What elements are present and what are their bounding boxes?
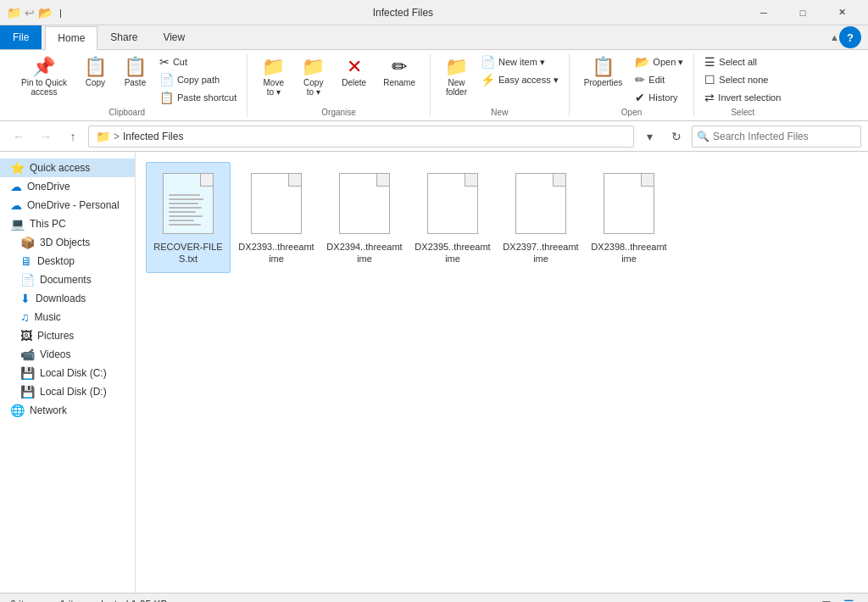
tab-home[interactable]: Home xyxy=(45,26,97,50)
select-small-actions: ☰ Select all ☐ Select none ⇄ Invert sele… xyxy=(701,53,784,106)
file-name-dx2398: DX2398..threeamtime xyxy=(591,241,667,265)
file-page-dx2393 xyxy=(251,173,302,234)
tab-share[interactable]: Share xyxy=(97,25,150,49)
invert-selection-icon: ⇄ xyxy=(704,91,715,104)
rename-button[interactable]: ✏ Rename xyxy=(376,53,423,92)
sidebar-item-desktop[interactable]: 🖥 Desktop xyxy=(0,252,135,270)
paste-icon: 📋 xyxy=(124,58,147,76)
search-input[interactable] xyxy=(692,125,861,148)
file-item-dx2398[interactable]: DX2398..threeamtime xyxy=(587,162,671,273)
sidebar-item-documents[interactable]: 📄 Documents xyxy=(0,270,135,289)
minimize-button[interactable]: ─ xyxy=(744,0,783,25)
file-page-dx2398 xyxy=(604,173,654,234)
sidebar-item-local-c[interactable]: 💾 Local Disk (C:) xyxy=(0,364,135,382)
new-item-button[interactable]: 📄 New item ▾ xyxy=(477,53,562,70)
open-icon: 📂 xyxy=(635,55,649,69)
maximize-button[interactable]: □ xyxy=(783,0,822,25)
address-dropdown-button[interactable]: ▾ xyxy=(637,125,661,148)
pin-to-quick-access-button[interactable]: 📌 Pin to Quickaccess xyxy=(14,53,75,101)
file-item-dx2397[interactable]: DX2397..threeamtime xyxy=(498,162,583,273)
ribbon-group-new: 📁 Newfolder 📄 New item ▾ ⚡ Easy access ▾… xyxy=(431,53,570,117)
videos-icon: 📹 xyxy=(20,348,35,361)
cut-icon: ✂ xyxy=(159,55,170,69)
path-separator: > xyxy=(114,131,120,142)
file-page-dx2394 xyxy=(339,173,390,234)
quick-access-icon[interactable]: 📁 xyxy=(7,6,21,20)
tab-view[interactable]: View xyxy=(150,25,198,49)
history-button[interactable]: ✔ History xyxy=(632,89,687,106)
easy-access-button[interactable]: ⚡ Easy access ▾ xyxy=(477,71,562,88)
title-bar-controls: ─ □ ✕ xyxy=(744,0,861,25)
file-page-dx2397 xyxy=(515,173,566,234)
sidebar-item-pictures[interactable]: 🖼 Pictures xyxy=(0,326,135,345)
sidebar-item-quick-access[interactable]: ⭐ Quick access xyxy=(0,159,135,177)
sidebar-item-network[interactable]: 🌐 Network xyxy=(0,401,135,420)
select-none-button[interactable]: ☐ Select none xyxy=(701,71,784,88)
new-item-label: New item ▾ xyxy=(498,57,545,68)
copy-to-button[interactable]: 📁 Copyto ▾ xyxy=(294,53,332,101)
easy-access-icon: ⚡ xyxy=(481,73,495,86)
move-to-button[interactable]: 📁 Moveto ▾ xyxy=(254,53,292,101)
pin-label: Pin to Quickaccess xyxy=(21,78,67,97)
copy-label: Copy xyxy=(86,78,105,87)
paste-button[interactable]: 📋 Paste xyxy=(116,53,154,92)
file-page-recover xyxy=(163,173,214,234)
open-button[interactable]: 📂 Open ▾ xyxy=(632,53,687,70)
file-item-recover[interactable]: RECOVER-FILES.txt xyxy=(146,162,231,273)
invert-selection-button[interactable]: ⇄ Invert selection xyxy=(701,89,784,106)
file-item-dx2394[interactable]: DX2394..threeamtime xyxy=(322,162,407,273)
up-button[interactable]: ↑ xyxy=(61,125,85,148)
edit-label: Edit xyxy=(648,75,665,85)
ribbon-collapse-button[interactable]: ▲ xyxy=(830,32,839,42)
back-button[interactable]: ← xyxy=(7,125,31,148)
ribbon-group-organise: 📁 Moveto ▾ 📁 Copyto ▾ ✕ Delete ✏ Rename … xyxy=(248,53,431,117)
file-icon-dx2393 xyxy=(246,170,307,237)
sidebar-item-this-pc[interactable]: 💻 This PC xyxy=(0,215,135,233)
delete-button[interactable]: ✕ Delete xyxy=(334,53,374,92)
sidebar-item-local-d[interactable]: 💾 Local Disk (D:) xyxy=(0,382,135,401)
copy-path-button[interactable]: 📄 Copy path xyxy=(156,71,240,88)
address-path[interactable]: 📁 > Infected Files xyxy=(88,125,634,148)
sidebar-item-onedrive[interactable]: ☁ OneDrive xyxy=(0,177,135,196)
refresh-button[interactable]: ↻ xyxy=(665,125,688,148)
file-lines-recover xyxy=(164,187,213,226)
undo-icon[interactable]: ↩ xyxy=(25,6,35,20)
paste-shortcut-button[interactable]: 📋 Paste shortcut xyxy=(156,89,240,106)
status-bar: 6 items 1 item selected 1,05 KB ⊞ ☰ xyxy=(0,593,868,602)
tab-file[interactable]: File xyxy=(0,25,42,49)
copy-to-label: Copyto ▾ xyxy=(303,78,323,97)
cut-label: Cut xyxy=(173,57,187,67)
sidebar-item-3d-objects[interactable]: 📦 3D Objects xyxy=(0,233,135,252)
file-item-dx2393[interactable]: DX2393..threeamtime xyxy=(234,162,319,273)
new-small-actions: 📄 New item ▾ ⚡ Easy access ▾ xyxy=(477,53,562,88)
sidebar-item-downloads[interactable]: ⬇ Downloads xyxy=(0,289,135,308)
copy-button[interactable]: 📋 Copy xyxy=(76,53,114,92)
main-container: ⭐ Quick access ☁ OneDrive ☁ OneDrive - P… xyxy=(0,152,868,593)
window-title: Infected Files xyxy=(62,7,744,19)
select-all-label: Select all xyxy=(719,57,757,67)
new-folder-button[interactable]: 📁 Newfolder xyxy=(437,53,476,101)
folder-icon[interactable]: 📂 xyxy=(38,6,53,20)
open-items: 📋 Properties 📂 Open ▾ ✏ Edit ✔ History xyxy=(576,53,687,106)
onedrive-personal-icon: ☁ xyxy=(10,198,22,212)
select-all-button[interactable]: ☰ Select all xyxy=(701,53,784,70)
properties-icon: 📋 xyxy=(592,58,615,76)
edit-button[interactable]: ✏ Edit xyxy=(632,71,687,88)
help-button[interactable]: ? xyxy=(839,26,861,48)
sidebar-item-music[interactable]: ♫ Music xyxy=(0,308,135,326)
view-details-button[interactable]: ☰ xyxy=(839,595,858,603)
sidebar-item-onedrive-personal[interactable]: ☁ OneDrive - Personal xyxy=(0,196,135,215)
new-items: 📁 Newfolder 📄 New item ▾ ⚡ Easy access ▾ xyxy=(437,53,562,106)
properties-button[interactable]: 📋 Properties xyxy=(576,53,631,92)
close-button[interactable]: ✕ xyxy=(822,0,861,25)
file-item-dx2395[interactable]: DX2395..threeamtime xyxy=(410,162,495,273)
cut-button[interactable]: ✂ Cut xyxy=(156,53,240,70)
sidebar-item-videos[interactable]: 📹 Videos xyxy=(0,345,135,364)
ribbon-group-clipboard: 📌 Pin to Quickaccess 📋 Copy 📋 Paste ✂ Cu… xyxy=(7,53,248,117)
file-name-dx2393: DX2393..threeamtime xyxy=(238,241,314,265)
path-segment-infected-files[interactable]: Infected Files xyxy=(123,131,183,142)
view-large-icons-button[interactable]: ⊞ xyxy=(817,595,836,603)
forward-button[interactable]: → xyxy=(34,125,58,148)
file-area[interactable]: RECOVER-FILES.txt DX2393..threeamtime DX… xyxy=(136,152,868,593)
quick-access-star-icon: ⭐ xyxy=(10,161,25,175)
